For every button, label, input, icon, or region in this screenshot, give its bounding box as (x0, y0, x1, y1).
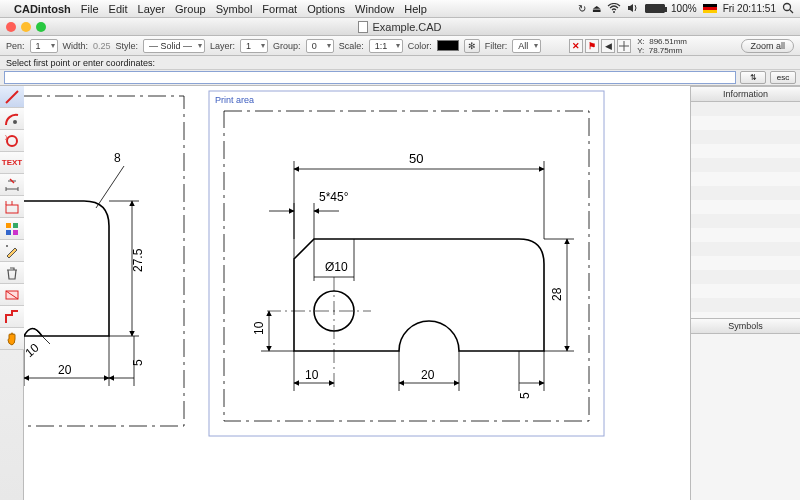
tool-trim[interactable] (0, 284, 24, 306)
app-menu[interactable]: CADintosh (14, 3, 71, 15)
menu-group[interactable]: Group (175, 3, 206, 15)
tool-pan[interactable] (0, 328, 24, 350)
drawing-main: Print area 50 (209, 91, 604, 436)
esc-button[interactable]: esc (770, 71, 796, 84)
menu-layer[interactable]: Layer (138, 3, 166, 15)
svg-point-0 (613, 11, 615, 13)
tool-function[interactable] (0, 218, 24, 240)
tool-text[interactable]: TEXT (0, 152, 24, 174)
svg-text:): ) (5, 134, 7, 140)
scale-select[interactable]: 1:1 (369, 39, 403, 53)
svg-point-7 (7, 136, 17, 146)
panel-header-symbols[interactable]: Symbols (691, 318, 800, 334)
style-label: Style: (116, 41, 139, 51)
options-toolbar: Pen: 1 Width: 0.25 Style: — Solid — Laye… (0, 36, 800, 56)
prompt-bar: Select first point or enter coordinates: (0, 56, 800, 70)
menu-file[interactable]: File (81, 3, 99, 15)
filter-label: Filter: (485, 41, 508, 51)
dim-left-20: 20 (58, 363, 72, 377)
tool-palette: ) TEXT (0, 86, 24, 500)
tool-line[interactable] (0, 86, 24, 108)
tool-dimension[interactable] (0, 174, 24, 196)
panel-body-symbols (691, 334, 800, 500)
svg-line-5 (6, 91, 18, 103)
command-input[interactable] (4, 71, 736, 84)
dim-50: 50 (409, 151, 423, 166)
pen-label: Pen: (6, 41, 25, 51)
mac-menubar: CADintosh File Edit Layer Group Symbol F… (0, 0, 800, 18)
document-icon (358, 21, 368, 33)
tool-arc[interactable] (0, 108, 24, 130)
tool-edit[interactable] (0, 240, 24, 262)
flag-icon[interactable] (703, 4, 717, 13)
window-close-button[interactable] (6, 22, 16, 32)
panel-header-information[interactable]: Information (691, 86, 800, 102)
svg-point-1 (784, 3, 791, 10)
battery-pct: 100% (671, 3, 697, 14)
svg-rect-9 (6, 205, 18, 213)
dim-5: 5 (518, 392, 532, 399)
menu-edit[interactable]: Edit (109, 3, 128, 15)
window-minimize-button[interactable] (21, 22, 31, 32)
spotlight-icon[interactable] (782, 2, 794, 16)
dim-left-8: 8 (114, 151, 121, 165)
filter-select[interactable]: All (512, 39, 541, 53)
part-outline (294, 239, 544, 351)
color-label: Color: (408, 41, 432, 51)
eject-icon[interactable]: ⏏ (592, 3, 601, 14)
width-label: Width: (63, 41, 89, 51)
menu-options[interactable]: Options (307, 3, 345, 15)
pen-select[interactable]: 1 (30, 39, 58, 53)
svg-point-6 (13, 120, 17, 124)
tool-circle[interactable]: ) (0, 130, 24, 152)
prompt-text: Select first point or enter coordinates: (6, 58, 155, 68)
dim-left-27-5: 27.5 (131, 248, 145, 272)
dim-10h: 10 (305, 368, 319, 382)
dim-chamfer: 5*45° (319, 190, 349, 204)
dim-28: 28 (550, 287, 564, 301)
panel-body-information (691, 102, 800, 318)
svg-line-2 (790, 10, 793, 13)
dim-left-5: 5 (131, 359, 145, 366)
snap-control: ✕ ⚑ ◀ X: 896.51mm Y: 78.75mm (569, 37, 687, 55)
tool-trash[interactable] (0, 262, 24, 284)
snap-cancel-button[interactable]: ✕ (569, 39, 583, 53)
color-swatch[interactable] (437, 40, 459, 51)
drawing-left-detail: 27.5 8 10 20 5 (24, 96, 184, 426)
settings-gear-button[interactable]: ✻ (464, 39, 480, 53)
scale-label: Scale: (339, 41, 364, 51)
svg-rect-14 (6, 230, 11, 235)
width-value: 0.25 (93, 41, 111, 51)
layer-label: Layer: (210, 41, 235, 51)
volume-icon[interactable] (627, 3, 639, 15)
zoom-all-button[interactable]: Zoom all (741, 39, 794, 53)
wifi-icon[interactable] (607, 3, 621, 15)
print-area-label: Print area (215, 95, 254, 105)
menu-symbol[interactable]: Symbol (216, 3, 253, 15)
menu-window[interactable]: Window (355, 3, 394, 15)
style-select[interactable]: — Solid — (143, 39, 205, 53)
tool-polyline[interactable] (0, 306, 24, 328)
group-label: Group: (273, 41, 301, 51)
group-select[interactable]: 0 (306, 39, 334, 53)
window-titlebar[interactable]: Example.CAD (0, 18, 800, 36)
menu-help[interactable]: Help (404, 3, 427, 15)
tool-hatch[interactable] (0, 196, 24, 218)
coordinate-readout: X: 896.51mm Y: 78.75mm (637, 37, 687, 55)
menu-format[interactable]: Format (262, 3, 297, 15)
layer-select[interactable]: 1 (240, 39, 268, 53)
svg-line-22 (96, 166, 124, 208)
svg-rect-15 (13, 230, 18, 235)
dim-20: 20 (421, 368, 435, 382)
snap-flag-button[interactable]: ⚑ (585, 39, 599, 53)
clock[interactable]: Fri 20:11:51 (723, 3, 776, 14)
stepper-button[interactable]: ⇅ (740, 71, 766, 84)
battery-icon[interactable] (645, 4, 665, 13)
sync-icon[interactable]: ↻ (578, 3, 586, 14)
window-zoom-button[interactable] (36, 22, 46, 32)
snap-prev-button[interactable]: ◀ (601, 39, 615, 53)
dim-left-10: 10 (24, 340, 42, 360)
drawing-canvas[interactable]: 27.5 8 10 20 5 (24, 86, 690, 500)
snap-target-icon[interactable] (617, 39, 631, 53)
dim-dia: Ø10 (325, 260, 348, 274)
